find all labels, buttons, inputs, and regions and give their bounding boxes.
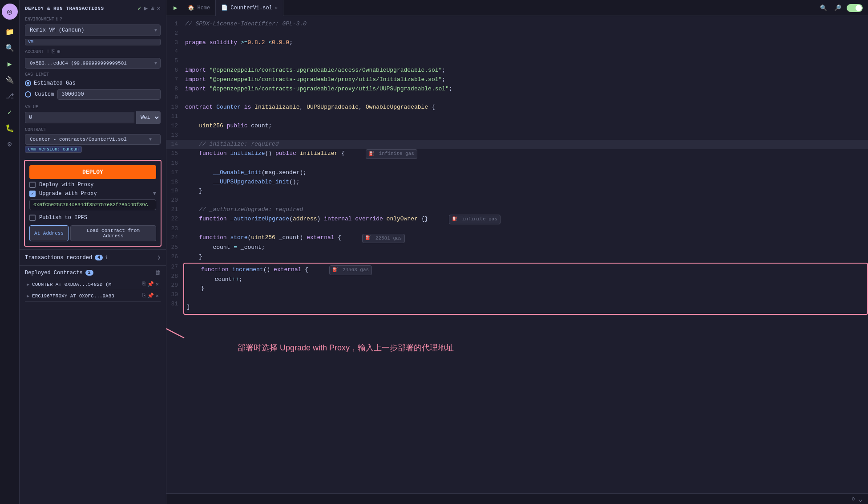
value-row: Wei — [25, 111, 161, 124]
contract2-chevron-icon: ▶ — [27, 293, 29, 299]
contract2-name: ERC1967PROXY AT 0X0FC...9A83 — [32, 293, 140, 299]
popup-icon[interactable]: ⊞ — [150, 4, 154, 12]
transactions-expand-icon[interactable]: ❯ — [157, 254, 161, 261]
sidebar-icon-settings[interactable]: ⚙ — [3, 137, 17, 151]
play-icon[interactable]: ▶ — [144, 4, 148, 12]
bottom-annotation: 部署时选择 Upgrade with Proxy，输入上一步部署的代理地址 — [166, 333, 868, 362]
code-line-22: 22 function _authorizeUpgrade(address) i… — [166, 215, 868, 224]
environment-select-wrapper: Remix VM (Cancun) ▼ — [20, 23, 166, 38]
proxy-address-input[interactable] — [29, 199, 156, 210]
value-section: VALUE Wei — [20, 103, 166, 126]
upgrade-left: Upgrade with Proxy — [29, 191, 97, 197]
app-logo: ◎ — [2, 4, 18, 20]
sidebar-icon-plugin[interactable]: 🔌 — [3, 73, 17, 87]
account-select[interactable]: 0x5B3...eddC4 (99.999999999999501 — [25, 58, 161, 69]
estimated-gas-radio[interactable] — [25, 80, 31, 86]
gas-limit-label: GAS LIMIT — [25, 72, 161, 79]
load-contract-button[interactable]: Load contract from Address — [70, 225, 156, 241]
transactions-left: Transactions recorded 4 ℹ — [25, 255, 107, 261]
transactions-info-icon[interactable]: ℹ — [105, 255, 107, 260]
at-address-button[interactable]: At Address — [29, 225, 69, 241]
deployed-badge: 2 — [85, 270, 93, 276]
tab-counterv1[interactable]: 📄 CounterV1.sol ✕ — [216, 0, 283, 16]
bottom-bar: 0 ⌄ — [166, 493, 868, 504]
info-icon[interactable]: ℹ — [56, 16, 58, 22]
at-address-section: At Address Load contract from Address — [29, 225, 156, 241]
pin2-icon[interactable]: 📌 — [147, 293, 154, 299]
copy-account-icon[interactable]: ⎘ — [52, 48, 55, 55]
value-label: VALUE — [25, 105, 161, 111]
evm-badge: evm version: cancun — [25, 146, 82, 153]
file-icon: 📄 — [221, 4, 228, 11]
close1-icon[interactable]: ✕ — [156, 281, 159, 288]
code-body[interactable]: 1 // SPDX-License-Identifier: GPL-3.0 2 … — [166, 16, 868, 493]
environment-select[interactable]: Remix VM (Cancun) — [25, 24, 161, 36]
add-account-icon[interactable]: + — [46, 48, 50, 55]
deployed-title: Deployed Contracts — [25, 270, 83, 276]
transactions-title: Transactions recorded — [25, 255, 92, 261]
deployed-contract-1[interactable]: ▶ COUNTER AT 0XDDA...5482D (M ⎘ 📌 ✕ — [25, 279, 161, 290]
transactions-section[interactable]: Transactions recorded 4 ℹ ❯ — [20, 249, 166, 265]
code-line-19: 19 } — [166, 187, 868, 196]
sidebar-icon-debug[interactable]: 🐛 — [3, 121, 17, 135]
checkmark-icon[interactable]: ✓ — [137, 4, 141, 12]
code-line-17: 17 __Ownable_init(msg.sender); — [166, 168, 868, 178]
custom-gas-label: Custom — [35, 91, 54, 98]
sidebar-icon-files[interactable]: 📁 — [3, 25, 17, 39]
close-icon[interactable]: ✕ — [157, 4, 161, 12]
account-label: ACCOUNT — [25, 49, 44, 54]
upgrade-with-proxy-row: Upgrade with Proxy ▼ — [29, 189, 156, 198]
contract-section: CONTRACT Counter - contracts/CounterV1.s… — [20, 126, 166, 157]
custom-gas-radio[interactable] — [25, 91, 31, 98]
copy1-icon[interactable]: ⎘ — [142, 281, 145, 288]
deployed-contract-2[interactable]: ▶ ERC1967PROXY AT 0X0FC...9A83 ⎘ 📌 ✕ — [25, 290, 161, 302]
upgrade-chevron-icon[interactable]: ▼ — [153, 191, 156, 197]
tab-bar: 🏠 Home 📄 CounterV1.sol ✕ — [182, 0, 815, 16]
estimated-gas-label: Estimated Gas — [34, 80, 76, 86]
chevron-down-icon[interactable]: ⌄ — [858, 495, 863, 504]
value-input[interactable] — [25, 112, 134, 123]
tab-home[interactable]: 🏠 Home — [182, 0, 216, 16]
help-icon[interactable]: ? — [60, 17, 62, 22]
deploy-button[interactable]: Deploy — [29, 165, 156, 179]
file-tab-label: CounterV1.sol — [230, 5, 272, 11]
code-line-18: 18 __UUPSUpgradeable_init(); — [166, 178, 868, 187]
contract-select[interactable]: Counter - contracts/CounterV1.sol — [25, 134, 161, 145]
code-line-21: 21 // _authorizeUpgrade: required — [166, 205, 868, 215]
top-bar-icons: ▶ — [172, 3, 179, 12]
deploy-box: Deploy Deploy with Proxy Upgrade with Pr… — [24, 160, 161, 247]
trash-icon[interactable]: 🗑 — [155, 269, 161, 276]
code-line-4: 4 — [166, 47, 868, 57]
vm-badge: VM — [25, 39, 161, 45]
contract2-icons: ⎘ 📌 ✕ — [142, 293, 159, 299]
link-account-icon[interactable]: ⊞ — [57, 48, 61, 55]
code-line-6: 6 import "@openzeppelin/contracts-upgrad… — [166, 66, 868, 75]
tab-close-icon[interactable]: ✕ — [275, 5, 278, 11]
bottom-annotation-text: 部署时选择 Upgrade with Proxy，输入上一步部署的代理地址 — [238, 342, 454, 353]
sidebar-icon-search[interactable]: 🔍 — [3, 41, 17, 55]
gas-value-input[interactable] — [57, 89, 161, 100]
publish-ipfs-checkbox[interactable] — [29, 215, 36, 221]
upgrade-with-proxy-checkbox[interactable] — [29, 191, 36, 197]
copy2-icon[interactable]: ⎘ — [142, 293, 145, 299]
sidebar-icon-verify[interactable]: ✓ — [3, 105, 17, 119]
publish-ipfs-label: Publish to IPFS — [39, 215, 87, 221]
zoom-in-icon[interactable]: 🔎 — [832, 4, 843, 12]
code-line-26: 26 } — [166, 252, 868, 262]
sidebar-icon-git[interactable]: ⎇ — [3, 89, 17, 103]
main-area: ▶ 🏠 Home 📄 CounterV1.sol ✕ 🔍 🔎 1 // SP — [166, 0, 868, 504]
gas-limit-section: GAS LIMIT Estimated Gas Custom — [20, 70, 166, 103]
code-line-8: 8 import "@openzeppelin/contracts-upgrad… — [166, 85, 868, 94]
close2-icon[interactable]: ✕ — [156, 293, 159, 299]
pin1-icon[interactable]: 📌 — [147, 281, 154, 288]
run-play-icon[interactable]: ▶ — [172, 3, 179, 12]
zoom-out-icon[interactable]: 🔍 — [818, 4, 829, 12]
account-select-wrapper: 0x5B3...eddC4 (99.999999999999501 ▼ — [20, 56, 166, 70]
sidebar-icon-run[interactable]: ▶ — [3, 57, 17, 71]
toggle-button[interactable] — [847, 4, 863, 12]
contract1-name: COUNTER AT 0XDDA...5482D (M — [32, 282, 140, 287]
deploy-with-proxy-checkbox[interactable] — [29, 182, 36, 188]
unit-select[interactable]: Wei — [136, 111, 161, 124]
code-line-12: 12 uint256 public count; — [166, 122, 868, 131]
code-line-13: 13 — [166, 131, 868, 140]
